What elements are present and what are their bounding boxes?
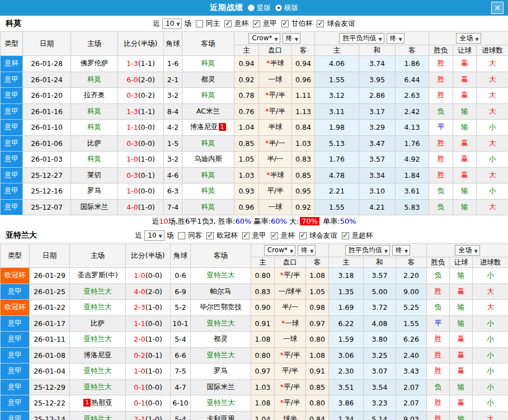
corner-score: 7-4 [164,199,182,215]
avg-draw-odds: 3.25 [364,347,396,364]
corner-score: 5-4 [171,411,191,420]
odds-home: 1.08 [251,332,275,348]
league-label: 意甲 [262,19,277,29]
scope-select[interactable]: 全场 [455,245,479,256]
league-checkbox[interactable] [317,20,324,27]
goals-result: 大 [477,56,508,72]
league-checkbox[interactable] [342,232,349,239]
home-team: 比萨 [91,319,105,327]
odds-time-select[interactable]: 终 [298,245,316,256]
table-row: 意甲25-12-221热那亚0-1(0-0)6-10亚特兰大1.08*平/半0.… [1,395,508,412]
avg-home-odds: 4.06 [315,56,359,72]
half-score: (0-0) [138,123,155,131]
avg-away-odds: 2.40 [396,347,427,364]
table-row: 欧冠杯26-01-22亚特兰大2-3(1-0)5-2毕尔巴鄂竞技0.90半/一0… [1,300,508,316]
match-count-select[interactable]: 10 [144,230,164,241]
handicap-cell: *平/半 [275,268,306,284]
summary-segment: 50% [340,217,356,225]
league-badge: 意甲 [1,72,23,88]
odds-home: 0.96 [234,199,259,215]
odds-away: 1.03 [292,135,315,152]
league-checkbox[interactable] [271,232,278,239]
chevron-down-icon [290,247,293,254]
avg-select[interactable]: 胜平负均值 [339,33,384,44]
league-checkbox[interactable] [281,20,289,27]
same-venue-checkbox[interactable] [178,232,185,239]
home-team: 国际米兰 [81,202,109,211]
avg-away-odds: 9.03 [396,411,427,420]
home-team-cell: 博洛尼亚 [70,347,126,364]
league-checkbox[interactable] [224,20,232,27]
home-team-cell: 比萨 [70,315,126,332]
league-checkbox[interactable] [206,232,214,239]
avg-time-select[interactable]: 终 [392,245,410,256]
avg-away-odds: 5.25 [396,300,427,316]
col-subheader-4: 和 [364,257,396,268]
summary-segment: 大: [287,217,299,225]
avg-draw-odds: 3.17 [359,103,396,120]
result-badge: 胜 [427,411,450,420]
result-badge: 胜 [429,167,453,183]
radio-icon [248,4,255,11]
col-header-type: 类型 [1,244,30,268]
summary-segment: 近 [152,217,159,225]
match-count-select[interactable]: 10 [162,18,182,29]
score-cell: 0-1(0-0) [126,379,171,395]
home-team-cell: 亚特兰大 [70,364,126,380]
avg-time-select[interactable]: 终 [387,33,404,44]
result-badge: 胜 [427,332,450,348]
odds-source-select[interactable]: Crow* [264,245,295,256]
match-date: 26-01-04 [30,364,70,380]
avg-home-odds: 1.34 [329,411,364,420]
avg-draw-odds: 3.54 [364,379,396,395]
odds-source-select[interactable]: Crow* [248,33,280,44]
home-team-cell: 拉齐奥 [71,88,118,104]
avg-away-odds: 1.86 [396,56,429,72]
score-cell: 2-0(1-0) [126,332,171,348]
goals-result: 大 [473,411,508,420]
away-team: 毕尔巴鄂竞技 [200,303,242,311]
league-label: 意超杯 [351,231,374,240]
score: 1-3 [126,107,138,116]
col-header-away: 客场 [182,32,234,56]
avg-away-odds: 9.00 [396,284,427,300]
layout-radio-horizontal[interactable]: 横版 [275,3,298,13]
close-button[interactable]: ✕ [491,2,504,14]
league-checkbox[interactable] [299,232,307,239]
match-date: 26-01-29 [30,268,70,284]
same-venue-checkbox[interactable] [196,20,203,27]
league-badge: 意甲 [1,315,30,332]
handicap: 一球 [285,319,299,327]
sections-container: 科莫近10场同主意杯意甲甘伯杯球会友谊类型日期主场比分(半场)角球客场Crow*… [0,16,508,420]
scope-select[interactable]: 全场 [456,33,481,44]
away-team: 亚特兰大 [207,319,235,327]
handicap-cell: 平/半 [259,183,292,200]
score: 0-3 [126,139,138,148]
avg-away-odds: 1.55 [396,315,427,332]
league-checkbox[interactable] [242,232,250,239]
half-score: (1-1) [138,59,155,68]
home-team: 科莫 [87,75,101,83]
away-team-cell: 毕尔巴鄂竞技 [191,300,251,316]
match-date: 26-01-03 [23,152,71,168]
half-score: (1-0) [138,155,155,163]
half-score: (0-0) [145,399,162,407]
score: 0-3 [126,91,138,100]
table-row: 欧冠杯26-01-29圣吉罗斯(中)1-0(0-0)0-6亚特兰大0.80*平/… [1,268,508,284]
avg-select-value: 胜平负均值 [342,34,376,43]
score-cell: 1-0(1-0) [126,364,171,380]
odds-time-select[interactable]: 终 [283,33,300,44]
away-team-cell: 科莫 [182,135,234,152]
league-badge: 意甲 [1,135,23,152]
score-cell: 0-3(0-1) [118,167,164,183]
layout-radio-vertical[interactable]: 竖版 [248,3,271,13]
summary-segment: 场,胜6平1负3, 胜率: [168,217,236,225]
league-checkbox[interactable] [253,20,260,27]
avg-select[interactable]: 胜平负均值 [345,245,390,256]
chevron-down-icon [274,35,277,43]
league-badge: 意甲 [1,347,30,364]
handicap-cell: *平/半 [275,347,306,364]
home-team-cell: 国际米兰 [71,199,118,215]
avg-home-odds: 1.35 [329,284,364,300]
score: 1-0 [134,271,145,280]
